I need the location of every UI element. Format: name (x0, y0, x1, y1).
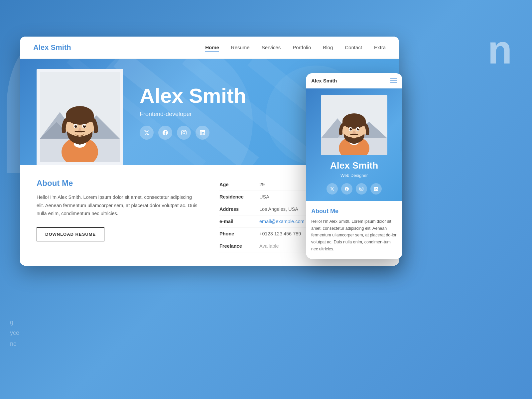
mobile-about-text: Hello! I'm Alex Smith. Lorem ipsum dolor… (311, 218, 397, 252)
mobile-hero-subtitle: Web Designer (313, 173, 396, 178)
mobile-about-title: About Me (311, 208, 397, 215)
svg-point-22 (76, 125, 77, 126)
desktop-avatar-svg (40, 72, 120, 162)
mobile-facebook-icon[interactable] (341, 183, 352, 195)
nav-link-contact[interactable]: Contact (345, 45, 362, 50)
twitter-icon[interactable] (140, 126, 154, 140)
info-label-residence: Residence (219, 191, 259, 203)
mobile-instagram-icon[interactable] (356, 183, 367, 195)
mobile-navbar: Alex Smith (306, 73, 402, 88)
info-label-phone: Phone (219, 228, 259, 240)
nav-link-blog[interactable]: Blog (323, 45, 333, 50)
hamburger-line-3 (390, 82, 397, 83)
nav-item-resume[interactable]: Resume (231, 45, 250, 51)
bg-linkedin-letter: n (488, 27, 512, 72)
mobile-menu-button[interactable] (390, 78, 397, 83)
info-label-freelance: Freelance (219, 240, 259, 252)
about-left: About Me Hello! I'm Alex Smith. Lorem ip… (37, 179, 200, 252)
mobile-about-title-plain: About (311, 208, 330, 214)
nav-item-blog[interactable]: Blog (323, 45, 333, 51)
download-resume-button[interactable]: DOWNLOAD RESUME (37, 227, 104, 241)
info-label-email: e-mail (219, 215, 259, 228)
info-label-address: Address (219, 203, 259, 215)
hero-name: Alex Smith (140, 84, 246, 107)
nav-link-extra[interactable]: Extra (374, 45, 386, 50)
mobile-card: Alex Smith ⚙ (306, 73, 402, 259)
desktop-social-icons (140, 126, 246, 140)
mobile-about-section: About Me Hello! I'm Alex Smith. Lorem ip… (306, 201, 402, 259)
nav-item-services[interactable]: Services (262, 45, 281, 51)
mobile-linkedin-icon[interactable] (370, 183, 382, 195)
mobile-twitter-icon[interactable] (327, 183, 338, 195)
nav-item-home[interactable]: Home (205, 45, 219, 51)
gear-button[interactable]: ⚙ (402, 139, 402, 151)
about-title: About Me (37, 179, 200, 188)
linkedin-icon[interactable] (196, 126, 209, 140)
instagram-icon[interactable] (177, 126, 191, 140)
bg-text-hint: g yce nc (10, 317, 19, 349)
desktop-avatar-container (37, 69, 123, 165)
hamburger-line-1 (390, 78, 397, 79)
mobile-avatar-container (321, 95, 387, 155)
mobile-brand: Alex Smith (311, 78, 337, 83)
info-label-age: Age (219, 179, 259, 191)
about-title-colored: Me (62, 179, 73, 188)
nav-link-resume[interactable]: Resume (231, 45, 250, 50)
about-title-plain: About (37, 179, 62, 188)
mobile-social-icons (313, 183, 396, 195)
hero-title: Frontend-developer (140, 111, 246, 118)
about-text: Hello! I'm Alex Smith. Lorem ipsum dolor… (37, 193, 200, 218)
svg-point-23 (84, 125, 85, 126)
brand-logo[interactable]: Alex Smith (33, 43, 71, 52)
nav-item-portfolio[interactable]: Portfolio (293, 45, 311, 51)
nav-links: Home Resume Services Portfolio Blog Cont… (205, 45, 386, 51)
mobile-hero-name: Alex Smith (313, 160, 396, 171)
facebook-icon[interactable] (158, 126, 172, 140)
mobile-avatar-svg (321, 95, 387, 155)
nav-link-portfolio[interactable]: Portfolio (293, 45, 311, 50)
svg-rect-15 (66, 115, 94, 122)
svg-point-41 (351, 128, 351, 129)
svg-rect-34 (342, 121, 366, 126)
nav-item-extra[interactable]: Extra (374, 45, 386, 51)
mobile-hero: ⚙ (306, 88, 402, 201)
brand-second: Smith (51, 43, 71, 52)
nav-link-services[interactable]: Services (262, 45, 281, 50)
nav-link-home[interactable]: Home (205, 45, 219, 50)
brand-first: Alex (33, 43, 51, 52)
desktop-navbar: Alex Smith Home Resume Services Portfoli… (20, 37, 399, 59)
nav-item-contact[interactable]: Contact (345, 45, 362, 51)
hamburger-line-2 (390, 80, 397, 81)
desktop-hero-content: Alex Smith Frontend-developer (140, 84, 246, 139)
mobile-about-title-colored: Me (330, 208, 338, 214)
svg-point-42 (358, 128, 359, 129)
